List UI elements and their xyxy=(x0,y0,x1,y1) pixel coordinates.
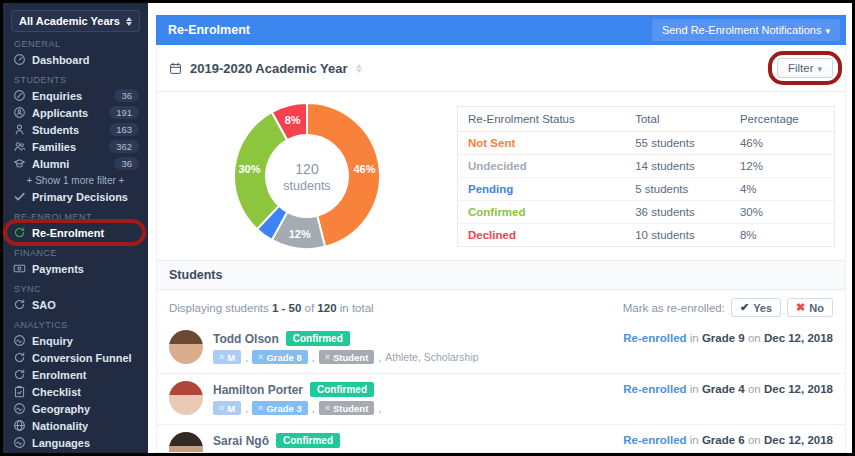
tag-student[interactable]: ×Student xyxy=(319,350,375,364)
avatar[interactable] xyxy=(169,330,203,364)
sidebar-section-label: ANALYTICS xyxy=(14,320,137,330)
sidebar-item-label: Students xyxy=(32,124,79,136)
sidebar-item-custom[interactable]: Custom xyxy=(3,451,148,453)
academic-year-select[interactable]: All Academic Years xyxy=(11,10,140,32)
status-table-row: Declined10 students8% xyxy=(458,223,835,246)
remove-tag-icon[interactable]: × xyxy=(325,403,330,413)
status-total: 55 students xyxy=(625,131,730,154)
remove-tag-icon[interactable]: × xyxy=(258,352,263,362)
sidebar-item-label: Families xyxy=(32,141,76,153)
sidebar-item-re-enrolment[interactable]: Re-Enrolment xyxy=(3,224,148,241)
status-name: Confirmed xyxy=(468,206,526,218)
avatar[interactable] xyxy=(169,432,203,452)
mark-as-reenrolled-label: Mark as re-enrolled: xyxy=(623,302,725,314)
sidebar-item-label: Alumni xyxy=(32,158,69,170)
re-enrolled-link[interactable]: Re-enrolled xyxy=(623,332,686,344)
status-total: 14 students xyxy=(625,154,730,177)
person-icon xyxy=(13,123,26,136)
status-name: Pending xyxy=(468,183,513,195)
donut-slice-label: 30% xyxy=(238,163,260,175)
status-percentage: 4% xyxy=(730,177,835,200)
updown-chevron-icon xyxy=(126,17,132,26)
donut-chart-container: 120 students 46%12%30%8% xyxy=(157,98,457,254)
calendar-icon xyxy=(169,62,182,75)
grad-cap-icon xyxy=(13,157,26,170)
tag-grade-8[interactable]: ×Grade 8 xyxy=(252,350,308,364)
tag-separator: , xyxy=(378,402,381,414)
status-table-header: Percentage xyxy=(730,106,835,131)
sidebar-item-applicants[interactable]: Applicants191 xyxy=(3,104,148,121)
student-name-link[interactable]: Sarai Ngô xyxy=(213,434,269,448)
globe-icon xyxy=(13,419,26,432)
sidebar-item-enrolment[interactable]: Enrolment xyxy=(3,366,148,383)
mark-yes-button[interactable]: ✔Yes xyxy=(731,298,781,317)
student-tags: ×M,×Grade 8,×Student,Athlete, Scholarshi… xyxy=(213,350,623,364)
status-percentage: 8% xyxy=(730,223,835,246)
sidebar-item-nationality[interactable]: Nationality xyxy=(3,417,148,434)
re-enrolled-link[interactable]: Re-enrolled xyxy=(623,383,686,395)
sidebar-item-students[interactable]: Students163 xyxy=(3,121,148,138)
main-area: Re-Enrolment Send Re-Enrolment Notificat… xyxy=(148,3,852,453)
sidebar-item-geography[interactable]: Geography xyxy=(3,400,148,417)
avatar[interactable] xyxy=(169,381,203,415)
sidebar-item-families[interactable]: Families362 xyxy=(3,138,148,155)
check-icon xyxy=(13,190,26,203)
status-badge: Confirmed xyxy=(276,433,340,448)
tag-separator: , xyxy=(245,351,248,363)
sidebar-item-payments[interactable]: Payments xyxy=(3,260,148,277)
mark-no-button[interactable]: ✖No xyxy=(787,298,833,317)
page-title: Re-Enrolment xyxy=(168,23,652,37)
sidebar-item-label: Languages xyxy=(32,437,90,449)
sidebar-nav: GENERALDashboardSTUDENTSEnquiries36Appli… xyxy=(3,39,148,453)
sidebar-item-label: Checklist xyxy=(32,386,81,398)
sidebar-item-enquiry[interactable]: Enquiry xyxy=(3,332,148,349)
sidebar-item-label: Payments xyxy=(32,263,84,275)
academic-year-select-value: All Academic Years xyxy=(19,15,126,27)
donut-slice-label: 46% xyxy=(353,163,375,175)
check-icon: ✔ xyxy=(740,301,749,314)
x-icon: ✖ xyxy=(796,301,805,314)
sidebar-item-languages[interactable]: Languages xyxy=(3,434,148,451)
status-total: 10 students xyxy=(625,223,730,246)
tag-m[interactable]: ×M xyxy=(213,350,241,364)
sidebar-item-dashboard[interactable]: Dashboard xyxy=(3,51,148,68)
sidebar-item-alumni[interactable]: Alumni36 xyxy=(3,155,148,172)
status-name: Not Sent xyxy=(468,137,515,149)
status-table-header: Re-Enrolment Status xyxy=(458,106,626,131)
remove-tag-icon[interactable]: × xyxy=(258,403,263,413)
sidebar-section-label: FINANCE xyxy=(14,248,137,258)
count-badge: 163 xyxy=(109,123,139,136)
count-badge: 191 xyxy=(109,106,139,119)
sidebar-item-label: Enquiry xyxy=(32,335,73,347)
student-name-link[interactable]: Todd Olson xyxy=(213,332,279,346)
tag-m[interactable]: ×M xyxy=(213,401,241,415)
remove-tag-icon[interactable]: × xyxy=(219,403,224,413)
sidebar-item-label: Enquiries xyxy=(32,90,82,102)
remove-tag-icon[interactable]: × xyxy=(219,352,224,362)
sidebar-item-sao[interactable]: SAO xyxy=(3,296,148,313)
year-sort-chevron-icon[interactable] xyxy=(356,64,362,73)
academic-year-label[interactable]: 2019-2020 Academic Year xyxy=(190,61,348,76)
status-name: Declined xyxy=(468,229,516,241)
sync-icon xyxy=(13,298,26,311)
re-enrolled-link[interactable]: Re-enrolled xyxy=(623,434,686,446)
status-badge: Confirmed xyxy=(310,382,374,397)
tag-separator: , xyxy=(378,351,381,363)
tag-grade-3[interactable]: ×Grade 3 xyxy=(252,401,308,415)
status-table-header: Total xyxy=(625,106,730,131)
status-total: 36 students xyxy=(625,200,730,223)
sidebar-item-enquiries[interactable]: Enquiries36 xyxy=(3,87,148,104)
sidebar-show-more-link[interactable]: + Show 1 more filter + xyxy=(3,172,148,188)
send-notifications-button[interactable]: Send Re-Enrolment Notifications▾ xyxy=(652,19,840,41)
remove-tag-icon[interactable]: × xyxy=(325,352,330,362)
sidebar-item-primary-decisions[interactable]: Primary Decisions xyxy=(3,188,148,205)
tag-student[interactable]: ×Student xyxy=(319,401,375,415)
sidebar-item-checklist[interactable]: Checklist xyxy=(3,383,148,400)
filter-button[interactable]: Filter▾ xyxy=(777,58,833,78)
sidebar-section-label: SYNC xyxy=(14,284,137,294)
tag-separator: , xyxy=(245,402,248,414)
student-tags: ×M,×Grade 3,×Student, xyxy=(213,401,623,415)
status-table-row: Pending5 students4% xyxy=(458,177,835,200)
student-name-link[interactable]: Hamilton Porter xyxy=(213,383,303,397)
sidebar-item-conversion-funnel[interactable]: Conversion Funnel xyxy=(3,349,148,366)
